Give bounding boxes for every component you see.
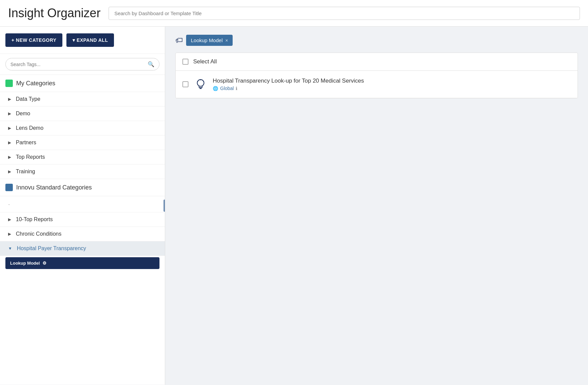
my-category-item-training[interactable]: ▶ Training xyxy=(0,165,165,179)
svg-point-0 xyxy=(197,80,204,86)
category-label: 10-Top Reports xyxy=(16,216,53,223)
my-categories-icon xyxy=(5,80,13,87)
category-label: Data Type xyxy=(16,96,40,102)
result-lightbulb-icon xyxy=(194,78,207,91)
dot-placeholder: · xyxy=(8,200,10,208)
search-tags-input[interactable] xyxy=(10,62,148,67)
chevron-right-icon: ▶ xyxy=(8,126,11,130)
innovu-categories-icon xyxy=(5,184,13,191)
main-content: 🏷 Lookup Model × Select All xyxy=(165,27,588,385)
app-title: Insight Organizer xyxy=(8,6,100,20)
search-tags-icon[interactable]: 🔍 xyxy=(148,61,154,67)
chevron-right-icon: ▶ xyxy=(8,97,11,101)
my-category-item-lens-demo[interactable]: ▶ Lens Demo xyxy=(0,121,165,136)
chevron-right-icon: ▶ xyxy=(8,140,11,145)
category-label: Top Reports xyxy=(16,154,45,160)
select-all-label: Select All xyxy=(193,58,217,65)
info-icon: ℹ xyxy=(236,86,237,91)
innovu-categories-section: Innovu Standard Categories xyxy=(0,179,165,196)
category-label: Hospital Payer Transparency xyxy=(17,245,86,251)
innovu-category-item-10-top-reports[interactable]: ▶ 10-Top Reports xyxy=(0,212,165,227)
chevron-right-icon: ▶ xyxy=(8,169,11,174)
chevron-down-icon: ▼ xyxy=(8,246,12,251)
gear-icon: ⚙ xyxy=(42,261,47,266)
select-all-row: Select All xyxy=(176,53,578,71)
result-checkbox[interactable] xyxy=(182,81,188,87)
my-category-item-top-reports[interactable]: ▶ Top Reports xyxy=(0,150,165,165)
sidebar-toolbar: + NEW CATEGORY ▾ EXPAND ALL xyxy=(0,27,165,54)
global-icon: 🌐 xyxy=(213,86,218,91)
collapse-panel-button[interactable]: ◀ xyxy=(164,200,165,212)
result-row: Hospital Transparency Look-up for Top 20… xyxy=(176,71,578,98)
filter-tag-close-button[interactable]: × xyxy=(225,38,228,43)
sidebar-scroll: My Categories ▶ Data Type ▶ Demo ▶ Lens … xyxy=(0,75,165,385)
results-panel: Select All Hospital Transp xyxy=(175,53,578,98)
tag-icon: 🏷 xyxy=(175,36,183,45)
innovu-category-item-chronic-conditions[interactable]: ▶ Chronic Conditions xyxy=(0,227,165,241)
innovu-category-item-hospital-payer[interactable]: ▼ Hospital Payer Transparency xyxy=(0,241,165,256)
app-header: Insight Organizer xyxy=(0,0,588,27)
category-label: Lens Demo xyxy=(16,125,43,131)
result-meta: 🌐 Global ℹ xyxy=(213,86,571,91)
result-title: Hospital Transparency Look-up for Top 20… xyxy=(213,78,571,84)
lookup-model-sub-item[interactable]: Lookup Model ⚙ xyxy=(5,257,159,269)
chevron-right-icon: ▶ xyxy=(8,155,11,159)
search-tags-wrapper: 🔍 xyxy=(0,54,165,75)
new-category-button[interactable]: + NEW CATEGORY xyxy=(5,33,62,47)
chevron-right-icon: ▶ xyxy=(8,232,11,236)
sidebar: + NEW CATEGORY ▾ EXPAND ALL 🔍 My Categor… xyxy=(0,27,165,385)
category-label: Training xyxy=(16,169,35,175)
filter-tag-lookup-model: Lookup Model × xyxy=(186,35,233,46)
my-category-item-partners[interactable]: ▶ Partners xyxy=(0,136,165,150)
chevron-right-icon: ▶ xyxy=(8,111,11,116)
my-categories-section: My Categories xyxy=(0,75,165,92)
my-category-item-demo[interactable]: ▶ Demo xyxy=(0,107,165,121)
my-category-item-data-type[interactable]: ▶ Data Type xyxy=(0,92,165,107)
result-info: Hospital Transparency Look-up for Top 20… xyxy=(213,78,571,91)
result-global-label: Global xyxy=(220,86,234,91)
innovu-category-item-dot: · xyxy=(0,196,165,212)
chevron-right-icon: ▶ xyxy=(8,217,11,222)
lookup-model-label: Lookup Model xyxy=(10,261,40,266)
category-label: Demo xyxy=(16,111,30,117)
main-layout: + NEW CATEGORY ▾ EXPAND ALL 🔍 My Categor… xyxy=(0,27,588,385)
category-label: Partners xyxy=(16,140,36,146)
expand-all-button[interactable]: ▾ EXPAND ALL xyxy=(66,33,114,47)
filter-tag-label: Lookup Model xyxy=(191,37,223,43)
innovu-categories-title: Innovu Standard Categories xyxy=(16,184,92,191)
my-categories-title: My Categories xyxy=(16,80,55,87)
filter-tags-bar: 🏷 Lookup Model × xyxy=(175,35,578,46)
category-label: Chronic Conditions xyxy=(16,231,61,237)
search-tags-field: 🔍 xyxy=(5,58,159,70)
select-all-checkbox[interactable] xyxy=(182,59,188,65)
main-search-input[interactable] xyxy=(109,7,580,20)
